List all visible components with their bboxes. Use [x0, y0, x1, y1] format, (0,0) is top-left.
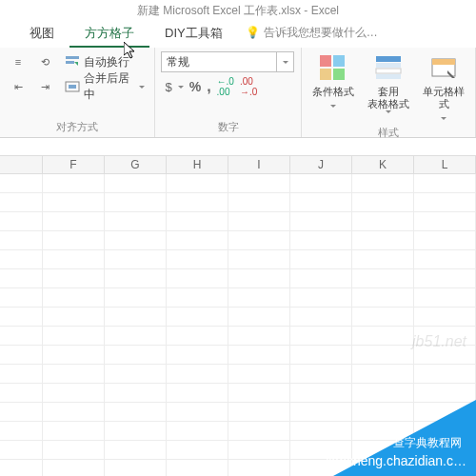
cell[interactable] — [105, 441, 167, 460]
cell[interactable] — [167, 307, 228, 327]
cell[interactable] — [105, 327, 167, 346]
cell[interactable] — [352, 288, 414, 307]
column-header[interactable]: J — [290, 156, 352, 174]
cell[interactable] — [290, 460, 352, 476]
cell[interactable] — [228, 193, 290, 212]
cell[interactable] — [290, 231, 352, 250]
cell[interactable] — [352, 403, 414, 422]
cell[interactable] — [352, 384, 414, 403]
cell[interactable] — [228, 269, 290, 288]
cell[interactable] — [414, 269, 476, 288]
cell[interactable] — [228, 422, 290, 441]
tell-me-search[interactable]: 💡告诉我您想要做什么… — [238, 21, 386, 48]
cell[interactable] — [105, 384, 167, 403]
merge-center-button[interactable]: 合并后居中 — [61, 76, 149, 97]
cell[interactable] — [43, 460, 105, 476]
cell[interactable] — [414, 422, 476, 441]
cell[interactable] — [290, 384, 352, 403]
cell[interactable] — [228, 174, 290, 193]
cell[interactable] — [352, 441, 414, 460]
indent-increase-icon[interactable]: ⇥ — [32, 76, 57, 97]
cell[interactable] — [167, 269, 228, 288]
cell[interactable] — [43, 307, 105, 327]
cell[interactable] — [167, 422, 228, 441]
tab-view[interactable]: 视图 — [14, 21, 69, 48]
cell[interactable] — [352, 365, 414, 384]
cell[interactable] — [167, 231, 228, 250]
format-as-table-button[interactable]: 套用 表格格式 — [363, 51, 414, 113]
cell[interactable] — [105, 269, 167, 288]
column-header[interactable]: I — [228, 156, 290, 174]
cell[interactable] — [228, 327, 290, 346]
cell[interactable] — [167, 174, 228, 193]
cell[interactable] — [43, 212, 105, 231]
cell[interactable] — [105, 288, 167, 307]
cell[interactable] — [167, 441, 228, 460]
cell[interactable] — [352, 327, 414, 346]
cell[interactable] — [414, 365, 476, 384]
cell[interactable] — [290, 346, 352, 365]
cell[interactable] — [43, 231, 105, 250]
cell[interactable] — [105, 212, 167, 231]
cell[interactable] — [105, 346, 167, 365]
cell[interactable] — [352, 231, 414, 250]
cell[interactable] — [352, 307, 414, 327]
cell[interactable] — [43, 422, 105, 441]
cell[interactable] — [228, 231, 290, 250]
cell[interactable] — [228, 288, 290, 307]
cell[interactable] — [167, 288, 228, 307]
cell[interactable] — [290, 212, 352, 231]
cell[interactable] — [290, 193, 352, 212]
cell[interactable] — [228, 403, 290, 422]
cell[interactable] — [228, 250, 290, 269]
cell[interactable] — [290, 307, 352, 327]
cell[interactable] — [228, 365, 290, 384]
cell[interactable] — [43, 250, 105, 269]
cell[interactable] — [43, 174, 105, 193]
cell[interactable] — [43, 403, 105, 422]
cell[interactable] — [414, 193, 476, 212]
worksheet-grid[interactable]: FGHIJKL — [0, 138, 476, 476]
cell[interactable] — [352, 460, 414, 476]
cell[interactable] — [414, 403, 476, 422]
number-format-combo[interactable]: 常规 — [161, 51, 294, 72]
cell[interactable] — [43, 269, 105, 288]
cell[interactable] — [352, 174, 414, 193]
cell[interactable] — [167, 460, 228, 476]
comma-button[interactable]: , — [207, 78, 210, 95]
decrease-decimal-button[interactable]: .00→.0 — [240, 76, 257, 97]
percent-button[interactable]: % — [189, 79, 201, 94]
cell[interactable] — [105, 231, 167, 250]
cell[interactable] — [414, 307, 476, 327]
orientation-icon[interactable]: ⟲ — [32, 51, 57, 72]
cell[interactable] — [167, 327, 228, 346]
cell[interactable] — [167, 365, 228, 384]
cell[interactable] — [43, 346, 105, 365]
currency-button[interactable]: $ — [165, 80, 171, 94]
cell[interactable] — [414, 460, 476, 476]
cell[interactable] — [105, 174, 167, 193]
cell[interactable] — [352, 212, 414, 231]
cell[interactable] — [43, 384, 105, 403]
cell[interactable] — [290, 441, 352, 460]
cell[interactable] — [105, 403, 167, 422]
tab-diy-toolbox[interactable]: DIY工具箱 — [149, 21, 238, 48]
cell[interactable] — [43, 288, 105, 307]
cell[interactable] — [105, 460, 167, 476]
cell[interactable] — [352, 422, 414, 441]
cell[interactable] — [43, 327, 105, 346]
column-header[interactable]: L — [414, 156, 476, 174]
align-top-icon[interactable]: ≡ — [6, 51, 30, 72]
cell[interactable] — [167, 193, 228, 212]
cell[interactable] — [414, 231, 476, 250]
cell[interactable] — [414, 384, 476, 403]
cell[interactable] — [414, 288, 476, 307]
cell[interactable] — [228, 346, 290, 365]
wrap-text-button[interactable]: 自动换行 — [61, 51, 149, 72]
cell[interactable] — [352, 269, 414, 288]
indent-decrease-icon[interactable]: ⇤ — [6, 76, 30, 97]
cell[interactable] — [414, 250, 476, 269]
cell[interactable] — [352, 346, 414, 365]
cell[interactable] — [290, 327, 352, 346]
cell[interactable] — [105, 422, 167, 441]
